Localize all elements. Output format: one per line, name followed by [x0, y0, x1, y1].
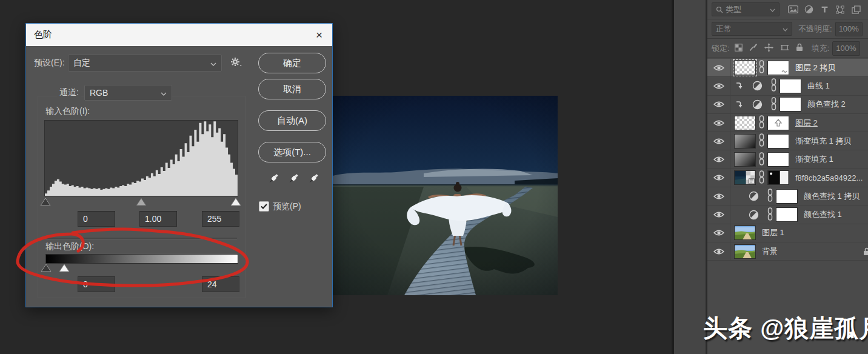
layer-mask-thumbnail[interactable] [780, 97, 801, 112]
layer-thumbnail[interactable] [734, 134, 756, 149]
layer-thumbnail[interactable] [734, 61, 756, 75]
filter-adjustment-layers-icon[interactable] [801, 5, 816, 14]
layer-filter-combo[interactable]: 类型 [712, 2, 780, 16]
gray-point-eyedropper-icon[interactable] [287, 172, 300, 187]
layer-name[interactable]: 图层 2 [795, 118, 818, 129]
visibility-eye-icon[interactable] [707, 96, 730, 113]
layer-row[interactable]: 图层 2 [707, 114, 868, 132]
gear-icon[interactable] [230, 57, 242, 70]
lock-artboard-icon[interactable] [780, 44, 789, 53]
input-midtone-slider[interactable] [136, 198, 147, 206]
layer-name[interactable]: 图层 2 拷贝 [795, 62, 835, 73]
lock-position-icon[interactable] [764, 43, 773, 54]
output-highlight-slider[interactable] [59, 264, 70, 272]
input-highlight-slider[interactable] [230, 198, 241, 206]
visibility-eye-icon[interactable] [707, 132, 730, 150]
layer-mask-thumbnail[interactable] [776, 207, 798, 222]
layer-name[interactable]: 颜色查找 1 [804, 209, 842, 220]
layer-name[interactable]: 图层 1 [762, 227, 784, 238]
layer-row[interactable]: 颜色查找 2 [707, 96, 868, 114]
close-icon[interactable]: × [316, 28, 322, 42]
layer-row[interactable]: 背景 [707, 242, 868, 261]
input-black-field[interactable]: 0 [78, 211, 115, 227]
options-button[interactable]: 选项(T)... [258, 142, 326, 162]
dialog-titlebar[interactable]: 色阶 × [26, 24, 332, 46]
layer-mask-thumbnail[interactable] [767, 170, 789, 185]
layer-name[interactable]: 颜色查找 2 [807, 99, 846, 110]
layer-row[interactable]: 颜色查找 1 拷贝 [707, 187, 868, 205]
input-white-field[interactable]: 255 [202, 211, 239, 227]
layer-thumbnail[interactable] [734, 170, 756, 185]
layer-thumbnail[interactable] [734, 116, 756, 130]
input-levels-label: 输入色阶(I): [45, 106, 90, 117]
layer-name[interactable]: 颜色查找 1 拷贝 [804, 191, 860, 202]
output-black-field[interactable]: 0 [78, 276, 115, 292]
adjustment-layer-icon[interactable] [746, 81, 768, 91]
adjustment-layer-icon[interactable] [743, 191, 764, 201]
layer-mask-thumbnail[interactable] [767, 61, 789, 75]
black-point-eyedropper-icon[interactable] [267, 172, 280, 187]
layer-name[interactable]: 曲线 1 [807, 81, 830, 92]
layer-row[interactable]: 图层 1 [707, 224, 868, 242]
adjustment-layer-icon[interactable] [743, 210, 764, 220]
filter-type-layers-icon[interactable] [816, 5, 832, 13]
filter-shape-layers-icon[interactable] [832, 5, 848, 14]
output-shadow-slider[interactable] [41, 264, 52, 272]
ok-button[interactable]: 确定 [258, 53, 326, 73]
section-divider [45, 238, 237, 239]
layer-thumbnail[interactable] [734, 244, 756, 259]
channel-combo[interactable]: RGB [84, 85, 172, 101]
mask-link-icon [759, 133, 764, 149]
lock-transparency-icon[interactable] [735, 44, 743, 53]
lock-paint-icon[interactable] [749, 43, 758, 53]
visibility-eye-icon[interactable] [707, 205, 730, 223]
dock-gutter[interactable] [674, 0, 707, 354]
layer-row[interactable]: 颜色查找 1 [707, 205, 868, 224]
layer-row[interactable]: f8f8cb2a5a94922... [707, 169, 868, 187]
layer-thumbnail[interactable] [734, 225, 756, 240]
cancel-button[interactable]: 取消 [258, 79, 326, 99]
layer-name[interactable]: 渐变填充 1 [795, 154, 833, 165]
input-shadow-slider[interactable] [40, 198, 51, 206]
filter-smart-object-icon[interactable] [848, 5, 864, 14]
visibility-eye-icon[interactable] [707, 150, 730, 168]
mask-link-icon [759, 152, 764, 167]
white-point-eyedropper-icon[interactable] [307, 172, 320, 187]
layer-row[interactable]: 曲线 1 [707, 77, 868, 95]
clipping-mask-arrow-icon [734, 82, 743, 90]
visibility-eye-icon[interactable] [707, 114, 730, 132]
visibility-eye-icon[interactable] [707, 169, 730, 187]
filter-pixel-layers-icon[interactable] [785, 5, 801, 13]
layer-name[interactable]: 背景 [762, 246, 778, 257]
layer-mask-thumbnail[interactable] [767, 152, 789, 167]
layer-thumbnail[interactable] [734, 152, 756, 167]
layer-mask-thumbnail[interactable] [767, 116, 789, 130]
clipping-mask-arrow-icon [734, 101, 743, 109]
layer-row[interactable]: 图层 2 拷贝 [707, 59, 868, 77]
layer-name[interactable]: f8f8cb2a5a94922... [795, 173, 863, 182]
mask-link-icon [771, 78, 776, 93]
auto-button[interactable]: 自动(A) [258, 110, 326, 131]
adjustment-layer-icon[interactable] [746, 99, 768, 110]
layer-name[interactable]: 渐变填充 1 拷贝 [795, 136, 851, 147]
visibility-eye-icon[interactable] [707, 224, 730, 242]
layer-row[interactable]: 渐变填充 1 [707, 150, 868, 169]
layer-mask-thumbnail[interactable] [780, 79, 801, 93]
preset-combo[interactable]: 自定 [68, 55, 222, 72]
visibility-eye-icon[interactable] [707, 77, 730, 95]
layer-row-content: 曲线 1 [730, 78, 868, 93]
layer-row[interactable]: 渐变填充 1 拷贝 [707, 132, 868, 150]
fill-value[interactable]: 100% [832, 41, 860, 56]
lock-all-icon[interactable] [796, 43, 803, 53]
visibility-eye-icon[interactable] [707, 187, 730, 205]
output-white-field[interactable]: 24 [202, 276, 239, 292]
input-gamma-field[interactable]: 1.00 [139, 211, 177, 227]
preview-checkbox[interactable] [259, 201, 269, 212]
histogram-bars [45, 121, 238, 196]
opacity-value[interactable]: 100% [835, 22, 863, 36]
visibility-eye-icon[interactable] [707, 59, 730, 76]
visibility-eye-icon[interactable] [707, 242, 730, 260]
blend-mode-combo[interactable]: 正常 [712, 22, 792, 36]
layer-mask-thumbnail[interactable] [767, 134, 789, 149]
layer-mask-thumbnail[interactable] [776, 189, 798, 204]
